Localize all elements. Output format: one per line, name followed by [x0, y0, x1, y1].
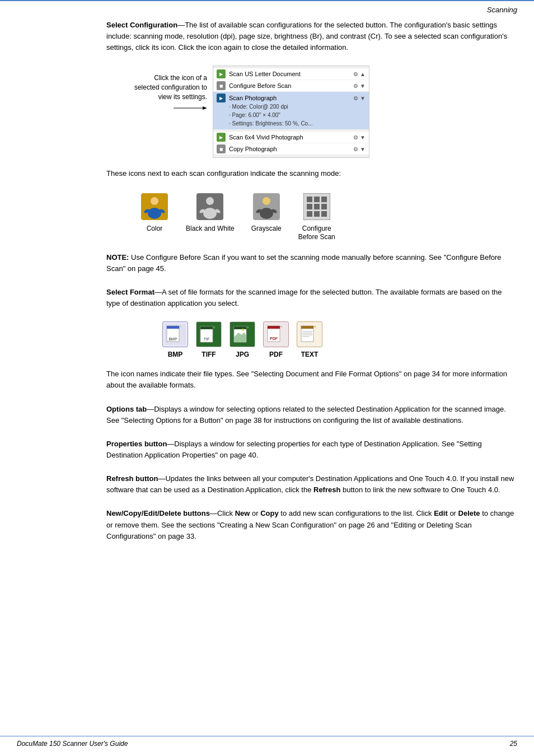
footer-right: 25 [510, 740, 517, 748]
scan-row-btn-5: ⚙ ▼ [353, 146, 366, 152]
copy-bold: Copy [260, 509, 279, 517]
scan-row-3-header: ▶ Scan Photograph ⚙ ▼ · Mode: Color@ 200… [213, 92, 369, 129]
svg-rect-26 [321, 211, 327, 217]
scan-row-4: ▶ Scan 6x4 Vivid Photograph ⚙ ▼ [213, 132, 369, 143]
scan-config-screenshot: ▶ Scan US Letter Document ⚙ ▲ ◼ Configur… [213, 66, 369, 158]
mode-icons-row: Color Black a [140, 192, 517, 242]
svg-rect-45 [268, 326, 280, 329]
configure-svg [303, 193, 330, 220]
format-description-text: The icon names indicate their file types… [106, 368, 517, 391]
footer-left: DocuMate 150 Scanner User's Guide [17, 740, 128, 748]
pdf-svg: PDF [265, 324, 287, 345]
scan-row-btn-4: ⚙ ▼ [353, 134, 366, 141]
pdf-icon: PDF [263, 321, 289, 347]
new-copy-edit-delete-section: New/Copy/Edit/Delete buttons—Click New o… [106, 508, 517, 542]
scan-icon-2: ◼ [217, 81, 226, 90]
note-label: NOTE: [106, 253, 129, 262]
scan-row-3-details: · Mode: Color@ 200 dpi · Page: 6.00" × 4… [217, 102, 366, 128]
new-copy-text: New/Copy/Edit/Delete buttons—Click New o… [106, 508, 517, 542]
text-icon [297, 321, 322, 347]
select-configuration-section: Select Configuration—The list of availab… [106, 20, 517, 53]
grayscale-icon-label: Grayscale [251, 225, 282, 234]
grayscale-icon [252, 192, 281, 221]
new-copy-body4: or [448, 509, 458, 517]
refresh-button-text: Refresh button—Updates the links between… [106, 473, 517, 496]
chapter-title: Scanning [487, 6, 517, 14]
scan-row-text-2: Configure Before Scan [229, 82, 350, 89]
configure-icon-label: ConfigureBefore Scan [298, 225, 335, 242]
scan-row-5: ◼ Copy Photograph ⚙ ▼ [213, 143, 369, 155]
tiff-item: TIF TIFF [196, 321, 222, 358]
bw-icon [195, 192, 224, 221]
detail-2: · Page: 6.00" × 4.00" [229, 111, 366, 119]
svg-point-41 [242, 329, 244, 331]
svg-rect-22 [314, 204, 320, 209]
svg-rect-18 [307, 197, 312, 202]
arrow-svg [174, 104, 207, 112]
svg-point-3 [151, 197, 158, 205]
svg-rect-21 [307, 204, 312, 209]
refresh-button-body2: button to link the new software to One T… [340, 486, 500, 494]
footer: DocuMate 150 Scanner User's Guide 25 [0, 740, 534, 748]
pdf-item: PDF PDF [263, 321, 289, 358]
svg-rect-23 [321, 204, 327, 209]
refresh-button-section: Refresh button—Updates the links between… [106, 473, 517, 496]
svg-rect-25 [314, 211, 320, 217]
edit-bold: Edit [434, 509, 448, 517]
properties-button-section: Properties button—Displays a window for … [106, 438, 517, 461]
scan-row-text-4: Scan 6x4 Vivid Photograph [229, 134, 350, 141]
bmp-item: BMP BMP [162, 321, 188, 358]
configure-icon-item: ConfigureBefore Scan [298, 192, 335, 242]
svg-marker-1 [203, 106, 207, 110]
svg-rect-50 [301, 326, 313, 329]
configure-icon [302, 192, 331, 221]
main-content: Select Configuration—The list of availab… [0, 0, 534, 577]
new-copy-body: —Click [210, 509, 235, 517]
bw-person-svg [196, 193, 223, 220]
color-icon-item: Color [140, 192, 169, 234]
bw-icon-item: Black and White [186, 192, 235, 234]
options-tab-text: Options tab—Displays a window for select… [106, 404, 517, 426]
scan-config-area: Click the icon of a selected configurati… [129, 66, 517, 158]
bmp-icon: BMP [162, 321, 188, 347]
icons-description-text: These icons next to each scan configurat… [106, 168, 517, 179]
top-border [0, 0, 534, 1]
new-copy-body2: or [250, 509, 260, 517]
page: Scanning Select Configuration—The list o… [0, 0, 534, 756]
scan-row-1: ▶ Scan US Letter Document ⚙ ▲ [213, 68, 369, 80]
scan-row-btn-2: ⚙ ▼ [353, 83, 366, 89]
select-format-section: Select Format—A set of file formats for … [106, 287, 517, 309]
scan-icon-1: ▶ [217, 69, 226, 78]
detail-1: · Mode: Color@ 200 dpi [229, 102, 366, 111]
select-format-label: Select Format [106, 288, 154, 296]
svg-text:BMP: BMP [168, 337, 177, 341]
bottom-border [0, 736, 534, 736]
refresh-button-label: Refresh button [106, 474, 158, 483]
svg-point-9 [203, 208, 217, 219]
scan-row-text-1: Scan US Letter Document [229, 71, 350, 77]
new-copy-body3: to add new scan configurations to the li… [279, 509, 434, 517]
tiff-svg: TIF [198, 324, 219, 345]
svg-point-4 [148, 208, 161, 219]
note-text: NOTE: Use Configure Before Scan if you w… [106, 252, 517, 274]
scan-row-text-5: Copy Photograph [229, 146, 350, 152]
select-configuration-label: Select Configuration [106, 21, 177, 29]
jpg-item: JPG [229, 321, 255, 358]
svg-rect-20 [321, 197, 327, 202]
color-person-svg [141, 193, 168, 220]
scan-config-label: Click the icon of a selected configurati… [129, 73, 207, 101]
svg-point-13 [263, 197, 270, 205]
tiff-label: TIFF [202, 351, 216, 358]
scan-row-2: ◼ Configure Before Scan ⚙ ▼ [213, 80, 369, 91]
text-item: TEXT [297, 321, 322, 358]
svg-rect-39 [234, 326, 246, 329]
options-tab-section: Options tab—Displays a window for select… [106, 404, 517, 426]
grayscale-icon-item: Grayscale [251, 192, 282, 234]
properties-button-text: Properties button—Displays a window for … [106, 438, 517, 461]
scan-icon-5: ◼ [217, 144, 226, 153]
options-tab-body: —Displays a window for selecting options… [106, 405, 506, 424]
scan-row-btn-3: ⚙ ▼ [353, 95, 366, 101]
svg-text:TIF: TIF [204, 337, 210, 341]
scan-row-text-3: Scan Photograph [229, 95, 350, 101]
svg-text:PDF: PDF [270, 337, 278, 340]
